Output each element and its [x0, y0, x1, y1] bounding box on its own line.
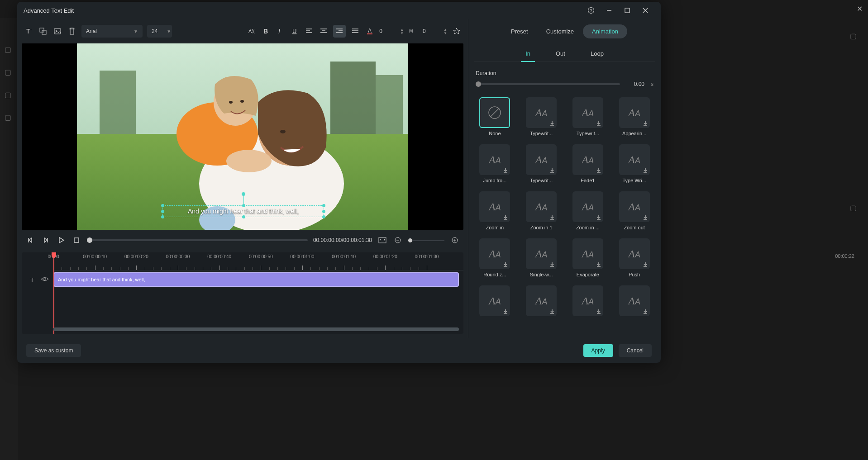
animation-item[interactable]: AASingle-w... — [520, 238, 563, 277]
bg-close-icon[interactable]: ✕ — [857, 5, 863, 13]
resize-handle[interactable] — [322, 210, 325, 213]
text-color-icon[interactable]: A — [365, 26, 375, 36]
apply-button[interactable]: Apply — [583, 344, 613, 357]
animation-thumbnail: AA — [619, 238, 650, 269]
ruler-label: 00:00:01:10 — [332, 254, 356, 259]
prev-frame-button[interactable] — [25, 235, 35, 245]
rotate-handle[interactable] — [242, 192, 245, 196]
close-button[interactable] — [636, 2, 654, 19]
font-select[interactable]: Arial ▼ — [81, 25, 143, 38]
add-text-icon[interactable]: T+ — [24, 26, 33, 36]
cancel-button[interactable]: Cancel — [619, 344, 652, 357]
resize-handle[interactable] — [161, 215, 164, 218]
track-clip-area[interactable]: And you might hear that and think, well, — [53, 272, 459, 287]
resize-handle[interactable] — [161, 210, 164, 213]
animation-item[interactable]: AARound z... — [474, 238, 516, 277]
delete-icon[interactable] — [67, 26, 77, 36]
animation-label: Jump fro... — [483, 178, 506, 183]
animation-item[interactable]: AA — [474, 285, 516, 319]
resize-handle[interactable] — [242, 204, 245, 207]
svg-point-40 — [280, 130, 286, 133]
add-shape-icon[interactable] — [38, 26, 48, 36]
minimize-button[interactable] — [600, 2, 618, 19]
animation-item[interactable]: AAFade1 — [567, 144, 609, 183]
add-image-icon[interactable] — [52, 26, 62, 36]
clear-format-icon[interactable]: A — [246, 26, 256, 36]
animation-label: Typewrit... — [577, 131, 599, 136]
animation-item[interactable]: AAZoom out — [613, 191, 655, 230]
subtab-in[interactable]: In — [513, 47, 543, 62]
animation-item[interactable]: AAPush — [613, 238, 655, 277]
download-icon — [549, 120, 555, 127]
animation-item[interactable]: None — [474, 97, 516, 136]
animation-item[interactable]: AAType Wri... — [613, 144, 655, 183]
resize-handle[interactable] — [161, 204, 164, 207]
playback-slider[interactable] — [87, 239, 308, 241]
play-button[interactable] — [56, 235, 66, 245]
line-spacing-spinner[interactable]: ▲▼ — [444, 28, 447, 35]
timeline-scrollbar[interactable] — [53, 327, 459, 331]
help-button[interactable]: ? — [582, 2, 600, 19]
underline-icon[interactable]: U — [290, 26, 300, 36]
align-left-icon[interactable] — [304, 26, 314, 36]
download-icon — [596, 167, 602, 174]
animation-item[interactable]: AA — [567, 285, 609, 319]
align-right-icon[interactable] — [333, 25, 346, 38]
playback-thumb[interactable] — [87, 237, 92, 243]
animation-item[interactable]: AATypewrit... — [567, 97, 609, 136]
char-spacing-input[interactable] — [379, 28, 396, 34]
line-spacing-input[interactable] — [423, 28, 439, 34]
zoom-in-icon[interactable] — [450, 235, 460, 245]
visibility-icon[interactable] — [41, 276, 49, 283]
resize-handle[interactable] — [322, 215, 325, 218]
ruler-label: 00:00:01:00 — [291, 254, 315, 259]
zoom-thumb[interactable] — [408, 238, 412, 242]
resize-handle[interactable] — [242, 215, 245, 218]
animation-item[interactable]: AA — [613, 285, 655, 319]
panel-tabs: Preset Customize Animation — [474, 24, 655, 38]
italic-icon[interactable]: I — [275, 26, 285, 36]
font-size-select[interactable]: 24 ▼ — [147, 25, 172, 38]
effects-icon[interactable] — [452, 26, 462, 36]
animation-item[interactable]: AATypewrit... — [520, 97, 563, 136]
resize-handle[interactable] — [322, 204, 325, 207]
text-track-icon[interactable]: T — [29, 276, 36, 283]
duration-thumb[interactable] — [476, 81, 481, 87]
scrollbar-thumb[interactable] — [53, 327, 459, 331]
subtab-out[interactable]: Out — [543, 47, 578, 62]
animation-item[interactable]: AAAppearin... — [613, 97, 655, 136]
animation-item[interactable]: AAZoom in ... — [567, 191, 609, 230]
animation-label: None — [489, 131, 501, 136]
bold-icon[interactable]: B — [261, 26, 271, 36]
next-frame-button[interactable] — [41, 235, 51, 245]
stop-button[interactable] — [72, 235, 81, 245]
subtitle-selection-box[interactable]: And you might hear that and think, well, — [162, 205, 324, 217]
fullscreen-icon[interactable] — [377, 235, 387, 245]
animation-item[interactable]: AAZoom in — [474, 191, 516, 230]
animation-item[interactable]: AAEvaporate — [567, 238, 609, 277]
save-as-custom-button[interactable]: Save as custom — [26, 344, 81, 357]
tab-animation[interactable]: Animation — [583, 24, 627, 38]
tab-preset[interactable]: Preset — [502, 24, 537, 38]
align-justify-icon[interactable] — [350, 26, 360, 36]
line-spacing-icon[interactable]: |A| — [408, 26, 418, 36]
download-icon — [642, 308, 649, 315]
char-spacing-spinner[interactable]: ▲▼ — [400, 28, 404, 35]
duration-slider[interactable] — [476, 83, 620, 85]
maximize-button[interactable] — [618, 2, 636, 19]
bg-sidebar-icon: ▢ — [5, 45, 14, 54]
animation-item[interactable]: AATypewrit... — [520, 144, 563, 183]
animation-item[interactable]: AAJump fro... — [474, 144, 516, 183]
subtab-loop[interactable]: Loop — [578, 47, 616, 62]
playback-time: 00:00:00:00/00:00:01:38 — [313, 237, 372, 243]
zoom-slider[interactable] — [408, 240, 444, 241]
align-center-icon[interactable] — [319, 26, 329, 36]
preview-area[interactable]: And you might hear that and think, well, — [22, 43, 463, 230]
zoom-out-icon[interactable] — [393, 235, 403, 245]
animation-item[interactable]: AA — [520, 285, 563, 319]
timeline-ruler[interactable]: 00:0000:00:00:1000:00:00:2000:00:00:3000… — [53, 252, 463, 270]
playhead[interactable] — [53, 252, 54, 334]
animation-item[interactable]: AAZoom in 1 — [520, 191, 563, 230]
text-clip[interactable]: And you might hear that and think, well, — [53, 272, 459, 287]
tab-customize[interactable]: Customize — [537, 24, 583, 38]
